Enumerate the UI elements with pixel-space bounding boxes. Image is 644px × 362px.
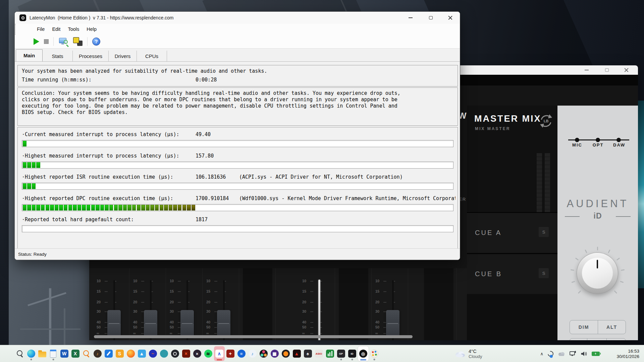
wallpaper-light-strip [638,101,644,288]
mixer-channel-fader[interactable]: 101520304050∞-128 [204,268,239,340]
taskbar-icon-latencymon[interactable]: ◎ [358,346,369,361]
taskbar-icon-w-sphere[interactable]: × [192,346,203,361]
weather-widget[interactable]: 4°C Cloudy [452,345,484,362]
taskbar-icon-stats-green[interactable] [325,346,335,361]
taskbar-icon-start[interactable] [4,346,14,361]
latencymon-close-button[interactable] [442,12,458,24]
menu-item-edit[interactable]: Edit [49,25,63,33]
taskbar-icon-card-app[interactable]: ♠ [303,346,313,361]
taskbar-icon-teal-sphere[interactable] [159,346,169,361]
monitor-source-selector[interactable] [568,139,629,140]
tab-main[interactable]: Main [16,49,43,61]
menu-item-help[interactable]: Help [84,25,100,33]
knob-pointer [597,260,598,268]
taskbar-icon-notepad[interactable] [48,346,59,361]
update-sync-icon[interactable] [547,350,555,358]
taskbar-icon-piano-sphere[interactable]: ▦ [269,346,280,361]
fader-handle[interactable] [386,310,399,337]
dim-button[interactable]: DIM [570,320,598,334]
mixer-channel-fader[interactable]: 101520304050∞ [373,268,408,340]
fader-handle[interactable] [180,310,194,337]
taskbar-icon-docs-blue[interactable]: ≡ [236,346,247,361]
device-monitor-icon[interactable] [570,351,576,357]
copy-button copy-icon[interactable] [73,37,83,46]
menu-item-tools[interactable]: Tools [65,25,82,33]
taskbar-icon-audacity[interactable]: ~ [148,346,158,361]
tab-processes[interactable]: Processes [73,51,109,61]
help-button help-icon[interactable]: ? [92,38,100,46]
report-button report-icon[interactable] [58,37,68,46]
taskbar-icon-fl-studio[interactable] [280,346,291,361]
volume-speaker-icon[interactable] [581,351,587,357]
fader-handle[interactable] [107,310,121,337]
taskbar-icon-guitar-pro[interactable]: GP [336,346,346,361]
monitor-dot-daw[interactable] [616,138,621,142]
latencymon-titlebar[interactable]: LatencyMon (Home Edition ) v 7.31 - http… [15,12,460,24]
taskbar-icon-excel[interactable]: X [70,346,81,361]
taskbar-icon-photos[interactable]: ▲ [137,346,147,361]
fader-scale-label: ∞ [97,331,99,335]
taskbar-icon-flame-app[interactable] [125,346,136,361]
mixer-maximize-button[interactable] [599,65,614,75]
tab-stats[interactable]: Stats [43,51,73,61]
menu-item-file[interactable]: File [34,25,48,33]
tab-cpus[interactable]: CPUs [137,51,167,61]
start-monitor-button play-icon[interactable] [34,38,39,45]
fader-scale-label: 30 [375,309,379,313]
taskbar-clock[interactable]: 16:53 30/01/2026 [616,345,639,362]
taskbar-icon-x-app[interactable]: × [181,346,192,361]
audacity-icon: ~ [149,350,157,358]
taskbar-icon-file-explorer[interactable] [37,346,48,361]
mono-button[interactable]: MONO [606,339,626,340]
onedrive-cloud-icon[interactable] [558,351,565,356]
battery-icon[interactable] [592,352,600,356]
stop-monitor-button stop-icon[interactable] [44,39,49,44]
taskbar-icon-spotify[interactable]: ≋ [203,346,214,361]
clock-date: 30/01/2026 [616,354,639,359]
cue-row-cue-b[interactable]: CUE BS [467,253,557,294]
taskbar-icon-pen-app[interactable] [103,346,114,361]
red-flame-icon: ▲ [293,350,301,358]
mixer-channel-fader[interactable]: 101520304050∞-128 [167,268,203,340]
taskbar-icon-resolve[interactable] [258,346,269,361]
s-app-icon: S [116,350,124,358]
taskbar-icon-c-note[interactable]: ♪ [247,346,258,361]
mixer-channel-fader[interactable]: 101520304050∞-128 [94,268,129,340]
taskbar-icon-paint[interactable] [369,346,380,361]
phase-button[interactable]: ∅ [587,339,606,340]
taskbar-icon-mod-tools[interactable]: + [225,346,236,361]
master-fader-track[interactable] [318,280,320,340]
bar-segment [100,205,104,210]
taskbar-icon-search[interactable] [15,346,25,361]
taskbar-icon-edge[interactable] [26,346,37,361]
fader-handle[interactable] [217,310,230,337]
monitor-dot-mic[interactable] [575,138,579,142]
fader-handle[interactable] [144,310,157,337]
latencymon-maximize-button[interactable] [423,12,438,24]
mixer-minimize-button[interactable] [579,65,594,75]
taskbar-icon-active-app[interactable]: ∧ [214,346,225,361]
latencymon-minimize-button[interactable] [403,12,418,24]
metric-bar [22,162,453,169]
teal-sphere-icon [160,350,168,358]
taskbar-icon-word[interactable]: W [59,346,70,361]
loopback-button[interactable]: LB [538,113,554,129]
cue-row-cue-a[interactable]: CUE AS [467,212,557,253]
tab-drivers[interactable]: Drivers [109,51,137,61]
mixer-close-button[interactable] [619,65,634,75]
taskbar-icon-music-sphere[interactable]: ♪ [92,346,103,361]
mixer-horizontal-scrollbar[interactable] [94,335,413,338]
cue-solo-button[interactable]: S [539,227,549,237]
taskbar-icon-asio[interactable]: ASIO [314,346,324,361]
monitor-dot-opt[interactable] [596,138,600,142]
talkback-button[interactable]: TB [570,339,587,340]
mixer-channel-fader[interactable]: 101520304050∞-128 [130,268,166,340]
taskbar-icon-audient-id[interactable]: iD [347,346,358,361]
cue-solo-button[interactable]: S [539,268,549,278]
taskbar-icon-red-flame[interactable]: ▲ [291,346,302,361]
taskbar-icon-search-orange[interactable] [81,346,92,361]
taskbar-icon-obs[interactable] [170,346,180,361]
taskbar-icon-s-app[interactable]: S [114,346,125,361]
alt-button[interactable]: ALT [598,320,626,334]
tray-overflow-chevron-icon[interactable]: ∧ [540,351,543,356]
